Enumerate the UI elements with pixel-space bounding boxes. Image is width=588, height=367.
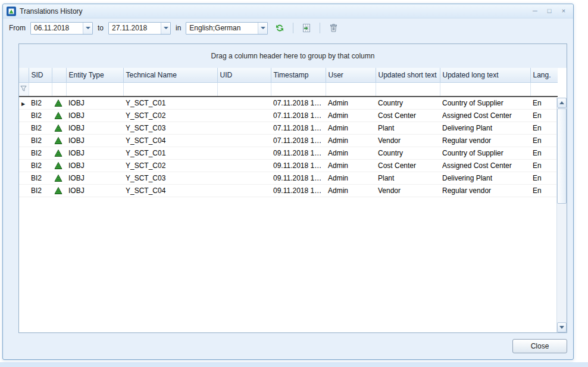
column-header-user[interactable]: User xyxy=(326,68,376,82)
maximize-button[interactable]: □ xyxy=(543,6,555,16)
background-strip xyxy=(0,362,588,367)
cell-entity-icon xyxy=(52,184,66,197)
language-combo[interactable]: English;German xyxy=(186,22,268,35)
cell-entity-icon xyxy=(52,109,66,122)
cell-short-text: Vendor xyxy=(376,134,440,147)
cell-entity-icon xyxy=(52,134,66,147)
infoobject-icon xyxy=(54,174,62,182)
cell-lang: En xyxy=(530,172,558,184)
cell-user: Admin xyxy=(326,172,376,184)
language-dropdown-button[interactable] xyxy=(258,23,267,34)
table-row[interactable]: ▶ BI2 IOBJ Y_SCT_C02 07.11.2018 13:51 Ad… xyxy=(19,109,558,122)
close-button[interactable]: Close xyxy=(512,339,567,353)
column-header-technical-name[interactable]: Technical Name xyxy=(123,68,217,82)
grid-table: SID Entity Type Technical Name UID Times… xyxy=(19,68,558,197)
cell-short-text: Plant xyxy=(376,122,440,134)
column-header-entity-type[interactable]: Entity Type xyxy=(66,68,123,82)
close-window-button[interactable]: × xyxy=(558,6,570,16)
table-row[interactable]: ▶ BI2 IOBJ Y_SCT_C01 07.11.2018 13:51 Ad… xyxy=(19,97,558,109)
table-row[interactable]: ▶ BI2 IOBJ Y_SCT_C01 09.11.2018 14:14 Ad… xyxy=(19,147,558,159)
cell-long-text: Assigned Cost Center xyxy=(440,109,530,122)
scrollbar-thumb[interactable] xyxy=(557,108,567,204)
cell-entity-icon xyxy=(52,147,66,159)
group-by-hint: Drag a column header here to group by th… xyxy=(211,52,375,60)
cell-sid: BI2 xyxy=(29,159,52,172)
column-header-uid[interactable]: UID xyxy=(217,68,271,82)
column-header-short-text[interactable]: Updated short text xyxy=(376,68,440,82)
cell-lang: En xyxy=(530,122,558,134)
app-icon xyxy=(7,7,16,16)
to-date-picker[interactable]: 27.11.2018 xyxy=(108,22,171,35)
in-label: in xyxy=(176,24,181,32)
titlebar[interactable]: Translations History ─ □ × xyxy=(3,4,573,18)
cell-sid: BI2 xyxy=(29,184,52,197)
filter-row xyxy=(19,82,558,97)
delete-button[interactable] xyxy=(326,21,340,35)
group-by-panel[interactable]: Drag a column header here to group by th… xyxy=(19,44,567,68)
cell-lang: En xyxy=(530,184,558,197)
to-date-dropdown-button[interactable] xyxy=(161,23,170,34)
table-row[interactable]: ▶ BI2 IOBJ Y_SCT_C03 07.11.2018 13:51 Ad… xyxy=(19,122,558,134)
cell-timestamp: 07.11.2018 13:51 xyxy=(271,109,326,122)
from-date-dropdown-button[interactable] xyxy=(83,23,92,34)
filter-input-short-text[interactable] xyxy=(376,82,440,97)
footer: Close xyxy=(3,333,573,359)
minimize-button[interactable]: ─ xyxy=(529,6,541,16)
cell-long-text: Delivering Plant xyxy=(440,122,530,134)
cell-sid: BI2 xyxy=(29,109,52,122)
cell-uid xyxy=(217,109,271,122)
cell-long-text: Regular vendor xyxy=(440,184,530,197)
refresh-button[interactable] xyxy=(273,21,287,35)
cell-short-text: Country xyxy=(376,97,440,109)
cell-uid xyxy=(217,172,271,184)
cell-lang: En xyxy=(530,134,558,147)
chevron-down-icon xyxy=(86,27,90,29)
row-indicator-cell: ▶ xyxy=(19,172,29,184)
cell-short-text: Country xyxy=(376,147,440,159)
filter-input-technical-name[interactable] xyxy=(123,82,217,97)
cell-entity-type: IOBJ xyxy=(66,172,123,184)
filter-input-uid[interactable] xyxy=(217,82,271,97)
row-indicator-cell: ▶ xyxy=(19,97,29,109)
column-header-icon[interactable] xyxy=(52,68,66,82)
filter-input-lang[interactable] xyxy=(530,82,558,97)
cell-short-text: Plant xyxy=(376,172,440,184)
table-row[interactable]: ▶ BI2 IOBJ Y_SCT_C04 09.11.2018 14:14 Ad… xyxy=(19,184,558,197)
infoobject-icon xyxy=(54,186,62,195)
cell-user: Admin xyxy=(326,134,376,147)
column-header-lang[interactable]: Lang. xyxy=(530,68,558,82)
cell-uid xyxy=(217,159,271,172)
vertical-scrollbar[interactable] xyxy=(556,98,567,332)
cell-entity-type: IOBJ xyxy=(66,134,123,147)
table-row[interactable]: ▶ BI2 IOBJ Y_SCT_C02 09.11.2018 14:14 Ad… xyxy=(19,159,558,172)
from-date-picker[interactable]: 06.11.2018 xyxy=(30,22,93,35)
filter-input-sid[interactable] xyxy=(29,82,52,97)
cell-entity-icon xyxy=(52,172,66,184)
cell-entity-icon xyxy=(52,159,66,172)
filter-input-entity-type[interactable] xyxy=(66,82,123,97)
filter-input-icon[interactable] xyxy=(52,82,66,97)
scroll-down-button[interactable] xyxy=(557,322,567,332)
filter-funnel-icon xyxy=(20,85,27,92)
table-row[interactable]: ▶ BI2 IOBJ Y_SCT_C03 09.11.2018 14:14 Ad… xyxy=(19,172,558,184)
filter-input-user[interactable] xyxy=(326,82,376,97)
table-row[interactable]: ▶ BI2 IOBJ Y_SCT_C04 07.11.2018 13:51 Ad… xyxy=(19,134,558,147)
cell-sid: BI2 xyxy=(29,97,52,109)
cell-long-text: Assigned Cost Center xyxy=(440,159,530,172)
column-header-timestamp[interactable]: Timestamp xyxy=(271,68,326,82)
cell-sid: BI2 xyxy=(29,122,52,134)
row-indicator-cell: ▶ xyxy=(19,109,29,122)
filter-input-long-text[interactable] xyxy=(440,82,530,97)
column-header-sid[interactable]: SID xyxy=(29,68,52,82)
cell-sid: BI2 xyxy=(29,172,52,184)
cell-uid xyxy=(217,147,271,159)
infoobject-icon xyxy=(54,136,62,145)
cell-technical-name: Y_SCT_C03 xyxy=(123,122,217,134)
language-value: English;German xyxy=(186,23,258,34)
cell-user: Admin xyxy=(326,122,376,134)
scroll-up-button[interactable] xyxy=(557,98,567,108)
filter-input-timestamp[interactable] xyxy=(271,82,326,97)
export-excel-button[interactable] xyxy=(299,21,314,35)
column-header-long-text[interactable]: Updated long text xyxy=(440,68,530,82)
cell-user: Admin xyxy=(326,97,376,109)
